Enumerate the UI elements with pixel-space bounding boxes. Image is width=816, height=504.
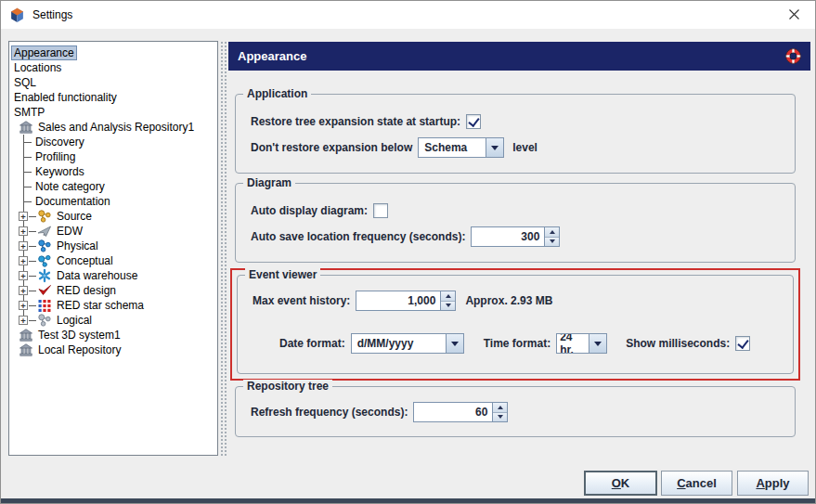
tree-item-enabled-functionality[interactable]: Enabled functionality [9,90,217,105]
tree-item-red-design[interactable]: +RED design [9,283,217,298]
max-event-history-label: Max event history: [253,294,350,307]
tree-item-local-repository[interactable]: Local Repository [9,342,217,357]
tree-item-label: EDW [57,225,83,238]
tree-item-documentation[interactable]: Documentation [9,194,217,209]
tree-item-appearance[interactable]: Appearance [9,45,217,60]
app-logo-icon [9,7,25,23]
panel-header: Appearance [228,42,810,71]
dialog-body: AppearanceLocationsSQLEnabled functional… [1,29,815,503]
tree-item-sql[interactable]: SQL [9,75,217,90]
tree-connector [9,179,33,194]
spinner-arrows-icon[interactable] [441,291,456,311]
expand-plus-icon[interactable]: + [19,286,28,295]
tree-item-sales-and-analysis-repository1[interactable]: Sales and Analysis Repository1 [9,120,217,135]
tree-item-label: SMTP [14,106,45,119]
tree-connector: + [9,298,37,313]
tree-item-label: Source [57,210,92,223]
show-milliseconds-checkbox[interactable] [735,336,750,351]
tree-item-locations[interactable]: Locations [9,60,217,75]
expand-plus-icon[interactable]: + [19,226,28,236]
molecule-blue-alt-icon [37,253,52,268]
tree-item-test-3d-system1[interactable]: Test 3D system1 [9,328,217,342]
tree-connector: + [9,283,37,298]
tree-connector: + [9,239,37,253]
red-check-icon [37,283,52,298]
tree-item-label: Data warehouse [57,269,137,282]
tree-connector: + [9,253,37,268]
spinner-arrows-icon[interactable] [545,226,560,247]
repository-tree-group-title: Repository tree [243,380,332,393]
help-lifering-icon[interactable] [785,48,801,64]
tree-item-edw[interactable]: +EDW [9,224,217,239]
tree-item-logical[interactable]: +Logical [9,313,217,328]
tree-connector: + [9,224,37,239]
titlebar: Settings [1,1,815,29]
application-group-title: Application [243,87,311,100]
repository-tree-group: Repository tree Refresh frequency (secon… [235,386,796,437]
tree-connector [9,194,33,209]
auto-display-label: Auto display diagram: [251,204,368,217]
close-icon[interactable] [772,1,815,28]
tree-item-profiling[interactable]: Profiling [9,149,217,164]
tree-item-data-warehouse[interactable]: +Data warehouse [9,268,217,283]
tree-item-smtp[interactable]: SMTP [9,105,217,120]
tree-item-label: Profiling [35,150,75,163]
tree-item-label: Test 3D system1 [38,329,121,342]
auto-save-label: Auto save location frequency (seconds): [251,230,465,243]
molecule-gold-icon [37,209,52,224]
chevron-down-icon[interactable] [446,334,463,353]
expand-plus-icon[interactable]: + [19,301,28,310]
tree-item-label: Discovery [35,136,84,149]
tree-item-label: SQL [14,76,36,89]
expand-plus-icon[interactable]: + [19,212,28,221]
tree-item-label: Locations [14,61,61,74]
time-format-select[interactable]: 24 hr. [556,333,607,354]
tree-item-source[interactable]: +Source [9,209,217,224]
apply-button[interactable]: Apply [737,471,809,496]
date-format-label: Date format: [279,337,345,350]
expansion-level-suffix: level [512,141,538,154]
diagram-group: Diagram Auto display diagram: Auto save … [235,183,796,263]
tree-connector [9,164,33,179]
tree-item-label: Physical [57,239,98,252]
cancel-button[interactable]: Cancel [661,471,732,496]
chevron-down-icon[interactable] [486,138,503,157]
max-event-history-spinner[interactable]: 1,000 [356,291,456,311]
tree-item-conceptual[interactable]: +Conceptual [9,253,217,268]
expand-plus-icon[interactable]: + [19,271,28,280]
expansion-below-label: Don't restore expansion below [251,141,412,154]
repository-icon [19,120,33,135]
auto-save-spinner[interactable]: 300 [471,226,560,247]
page-title: Appearance [238,49,306,63]
red-grid-icon [37,298,52,313]
tree-item-note-category[interactable]: Note category [9,179,217,194]
molecule-blue-icon [37,239,52,253]
time-format-label: Time format: [484,337,550,350]
tree-item-label: Logical [57,314,92,327]
expansion-level-select[interactable]: Schema [418,137,504,158]
date-format-select[interactable]: d/MM/yyyy [351,333,464,354]
tree-item-label: Local Repository [38,343,121,356]
tree-item-discovery[interactable]: Discovery [9,135,217,149]
restore-tree-checkbox[interactable] [466,114,481,129]
settings-dialog: Settings AppearanceLocationsSQLEnabled f… [0,0,816,504]
event-viewer-group: Event viewer Max event history: 1,000 Ap… [237,275,794,374]
tree-connector [9,149,33,164]
tree-connector [9,135,33,149]
tree-item-physical[interactable]: +Physical [9,239,217,253]
tree-item-label: Appearance [11,45,77,60]
repository-icon [19,342,33,357]
refresh-frequency-spinner[interactable]: 60 [413,402,508,422]
ok-button[interactable]: OK [584,471,657,496]
expand-plus-icon[interactable]: + [19,316,28,325]
spinner-arrows-icon[interactable] [493,402,508,422]
chevron-down-icon[interactable] [589,334,606,353]
auto-display-checkbox[interactable] [373,203,388,218]
molecule-gray-icon [37,313,52,328]
tree-item-label: RED design [57,284,116,297]
expand-plus-icon[interactable]: + [19,256,28,265]
tree-item-red-star-schema[interactable]: +RED star schema [9,298,217,313]
panel-splitter[interactable] [220,41,227,456]
tree-item-keywords[interactable]: Keywords [9,164,217,179]
expand-plus-icon[interactable]: + [19,241,28,251]
